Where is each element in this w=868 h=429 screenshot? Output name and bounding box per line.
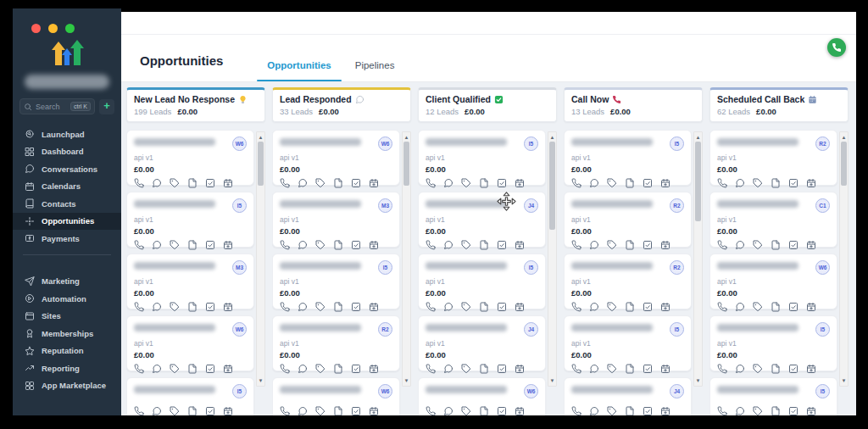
scrollbar-thumb[interactable]: [549, 142, 555, 230]
opportunity-card[interactable]: J4 api v1 £0.00: [418, 315, 546, 371]
opportunity-card[interactable]: W6 api v1 £0.00: [272, 130, 400, 186]
tag-icon[interactable]: [170, 240, 180, 250]
call-icon[interactable]: [571, 240, 581, 250]
sidebar-item-marketing[interactable]: Marketing: [13, 273, 121, 291]
tasks-icon[interactable]: [205, 178, 215, 188]
message-icon[interactable]: [443, 406, 453, 415]
scrollbar-thumb[interactable]: [258, 142, 264, 186]
call-icon[interactable]: [426, 240, 436, 250]
notes-icon[interactable]: [625, 406, 635, 415]
message-icon[interactable]: [589, 406, 599, 415]
notes-icon[interactable]: [333, 178, 343, 188]
call-icon[interactable]: [717, 178, 727, 188]
tasks-icon[interactable]: [643, 240, 653, 250]
opportunity-card[interactable]: I5 api v1 £0.00: [126, 192, 254, 248]
column-header[interactable]: New Lead No Response 199 Leads£0.00: [126, 87, 265, 122]
message-icon[interactable]: [735, 240, 745, 250]
tasks-icon[interactable]: [351, 240, 361, 250]
opportunity-card[interactable]: W6 api v1 £0.00: [709, 254, 837, 309]
tag-icon[interactable]: [753, 178, 763, 188]
call-icon[interactable]: [134, 364, 144, 374]
notes-icon[interactable]: [333, 406, 343, 415]
tag-icon[interactable]: [315, 240, 326, 250]
column-scrollbar[interactable]: ▲ ▼: [693, 131, 703, 387]
sidebar-item-payments[interactable]: Payments: [13, 230, 121, 248]
opportunity-card[interactable]: I5 api v1 £0.00: [564, 130, 692, 186]
column-scrollbar[interactable]: ▲ ▼: [548, 131, 557, 387]
message-icon[interactable]: [589, 302, 599, 312]
appointment-icon[interactable]: [806, 364, 816, 374]
column-scrollbar[interactable]: ▲ ▼: [402, 131, 411, 387]
call-icon[interactable]: [717, 364, 727, 374]
scroll-down-arrow[interactable]: ▼: [548, 376, 556, 385]
call-icon[interactable]: [426, 406, 436, 415]
minimize-window-button[interactable]: [48, 24, 58, 33]
tag-icon[interactable]: [461, 302, 471, 312]
opportunity-card[interactable]: I5 api v1 £0.00: [418, 254, 546, 309]
close-window-button[interactable]: [31, 24, 41, 33]
opportunity-card[interactable]: I5 api v1 £0.00: [418, 130, 546, 186]
opportunity-card-partial[interactable]: W6: [418, 377, 546, 415]
appointment-icon[interactable]: [515, 240, 525, 250]
notes-icon[interactable]: [479, 406, 489, 415]
call-icon[interactable]: [134, 406, 144, 415]
opportunity-card[interactable]: R2 api v1 £0.00: [709, 130, 837, 186]
sidebar-item-automation[interactable]: Automation: [13, 290, 121, 308]
sidebar-item-launchpad[interactable]: Launchpad: [13, 125, 121, 143]
sidebar-item-dashboard[interactable]: Dashboard: [13, 143, 121, 161]
appointment-icon[interactable]: [806, 406, 816, 415]
tasks-icon[interactable]: [788, 178, 798, 188]
tasks-icon[interactable]: [351, 178, 361, 188]
tag-icon[interactable]: [315, 406, 326, 415]
opportunity-card-partial[interactable]: I5: [709, 377, 837, 415]
message-icon[interactable]: [298, 240, 308, 250]
opportunity-card[interactable]: R2 api v1 £0.00: [272, 315, 400, 371]
tag-icon[interactable]: [315, 302, 326, 312]
message-icon[interactable]: [298, 302, 308, 312]
message-icon[interactable]: [298, 364, 308, 374]
tasks-icon[interactable]: [788, 406, 798, 415]
notes-icon[interactable]: [333, 302, 343, 312]
tasks-icon[interactable]: [643, 406, 653, 415]
tasks-icon[interactable]: [643, 302, 653, 312]
appointment-icon[interactable]: [660, 406, 670, 415]
call-icon[interactable]: [717, 406, 727, 415]
notes-icon[interactable]: [771, 178, 781, 188]
notes-icon[interactable]: [625, 364, 635, 374]
tag-icon[interactable]: [753, 302, 763, 312]
column-scrollbar[interactable]: ▲ ▼: [256, 131, 265, 387]
maximize-window-button[interactable]: [65, 24, 75, 33]
tag-icon[interactable]: [607, 364, 617, 374]
call-icon[interactable]: [571, 302, 581, 312]
scrollbar-thumb[interactable]: [841, 142, 847, 186]
call-icon[interactable]: [280, 178, 290, 188]
tasks-icon[interactable]: [351, 302, 361, 312]
tasks-icon[interactable]: [643, 178, 653, 188]
opportunity-card[interactable]: W6 api v1 £0.00: [126, 130, 254, 186]
tasks-icon[interactable]: [788, 302, 798, 312]
sidebar-item-contacts[interactable]: Contacts: [13, 195, 121, 213]
opportunity-card[interactable]: I5 api v1 £0.00: [272, 254, 400, 309]
call-icon[interactable]: [717, 302, 727, 312]
message-icon[interactable]: [152, 364, 162, 374]
appointment-icon[interactable]: [660, 178, 670, 188]
notes-icon[interactable]: [187, 406, 198, 415]
opportunity-card-partial[interactable]: W6: [272, 377, 400, 415]
sidebar-item-opportunities[interactable]: Opportunities: [13, 213, 121, 231]
appointment-icon[interactable]: [660, 364, 670, 374]
appointment-icon[interactable]: [515, 302, 525, 312]
appointment-icon[interactable]: [223, 178, 233, 188]
account-name-blurred[interactable]: [25, 75, 109, 89]
tasks-icon[interactable]: [205, 302, 215, 312]
scroll-up-arrow[interactable]: ▲: [403, 133, 410, 142]
call-icon[interactable]: [280, 406, 290, 415]
scroll-down-arrow[interactable]: ▼: [840, 376, 848, 385]
sidebar-item-calendars[interactable]: Calendars: [13, 178, 121, 196]
tasks-icon[interactable]: [205, 240, 215, 250]
tasks-icon[interactable]: [788, 240, 798, 250]
opportunity-card[interactable]: I5 api v1 £0.00: [564, 315, 692, 371]
notes-icon[interactable]: [187, 240, 198, 250]
notes-icon[interactable]: [479, 240, 489, 250]
tag-icon[interactable]: [753, 240, 763, 250]
tag-icon[interactable]: [315, 364, 326, 374]
